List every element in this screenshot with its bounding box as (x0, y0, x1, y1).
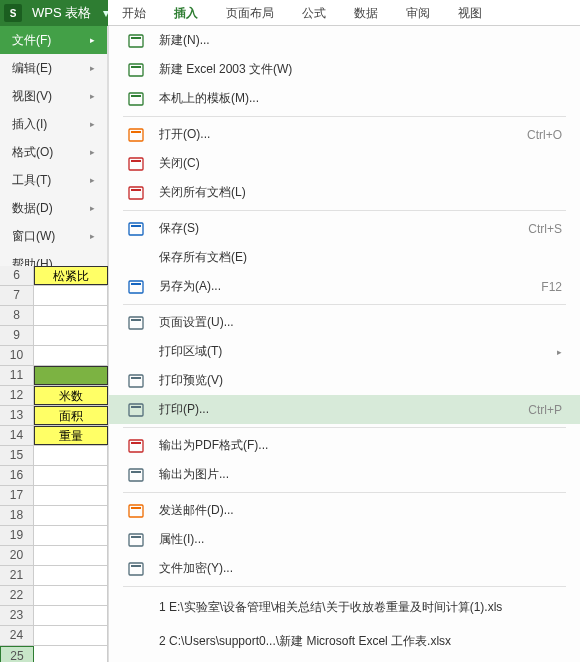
menu-item[interactable]: 输出为图片... (109, 460, 580, 489)
cell[interactable] (34, 566, 108, 585)
table-row[interactable]: 20 (0, 546, 108, 566)
cell[interactable] (34, 486, 108, 505)
sidebar-item-4[interactable]: 格式(O)▸ (0, 138, 107, 166)
ribbon-tab-4[interactable]: 数据 (340, 0, 392, 25)
table-row[interactable]: 14重量 (0, 426, 108, 446)
cell[interactable] (34, 546, 108, 565)
menu-item[interactable]: 打印预览(V) (109, 366, 580, 395)
row-header[interactable]: 21 (0, 566, 34, 585)
table-row[interactable]: 25 (0, 646, 108, 662)
row-header[interactable]: 22 (0, 586, 34, 605)
cell[interactable] (34, 506, 108, 525)
recent-file-item[interactable]: 2 C:\Users\support0...\新建 Microsoft Exce… (109, 624, 580, 658)
row-header[interactable]: 11 (0, 366, 34, 385)
menu-item[interactable]: 页面设置(U)... (109, 308, 580, 337)
sidebar-item-0[interactable]: 文件(F)▸ (0, 26, 107, 54)
row-header[interactable]: 19 (0, 526, 34, 545)
table-row[interactable]: 12米数 (0, 386, 108, 406)
table-row[interactable]: 23 (0, 606, 108, 626)
sidebar-item-5[interactable]: 工具(T)▸ (0, 166, 107, 194)
row-header[interactable]: 14 (0, 426, 34, 445)
menu-item[interactable]: 新建 Excel 2003 文件(W) (109, 55, 580, 84)
row-header[interactable]: 9 (0, 326, 34, 345)
cell[interactable] (34, 346, 108, 365)
table-row[interactable]: 19 (0, 526, 108, 546)
menu-item[interactable]: 保存(S)Ctrl+S (109, 214, 580, 243)
cell[interactable]: 面积 (34, 406, 108, 425)
row-header[interactable]: 13 (0, 406, 34, 425)
menu-item[interactable]: 输出为PDF格式(F)... (109, 431, 580, 460)
img-icon (127, 467, 145, 483)
cell[interactable] (34, 626, 108, 645)
menu-item[interactable]: 属性(I)... (109, 525, 580, 554)
row-header[interactable]: 20 (0, 546, 34, 565)
menu-item[interactable]: 打印(P)...Ctrl+P (109, 395, 580, 424)
cell[interactable]: 松紧比 (34, 266, 108, 285)
table-row[interactable]: 16 (0, 466, 108, 486)
menu-item[interactable]: 文件加密(Y)... (109, 554, 580, 583)
row-header[interactable]: 6 (0, 266, 34, 285)
menu-item[interactable]: 本机上的模板(M)... (109, 84, 580, 113)
table-row[interactable]: 6松紧比 (0, 266, 108, 286)
chevron-right-icon: ▸ (557, 347, 562, 357)
table-row[interactable]: 13面积 (0, 406, 108, 426)
menu-item[interactable]: 新建(N)... (109, 26, 580, 55)
ribbon-tab-2[interactable]: 页面布局 (212, 0, 288, 25)
menu-item[interactable]: 另存为(A)...F12 (109, 272, 580, 301)
ribbon-tab-1[interactable]: 插入 (160, 0, 212, 25)
cell[interactable] (34, 466, 108, 485)
table-row[interactable]: 11 (0, 366, 108, 386)
table-row[interactable]: 8 (0, 306, 108, 326)
menu-item[interactable]: 打印区域(T)▸ (109, 337, 580, 366)
sidebar-item-1[interactable]: 编辑(E)▸ (0, 54, 107, 82)
row-header[interactable]: 25 (0, 646, 34, 662)
table-row[interactable]: 10 (0, 346, 108, 366)
ribbon-tab-5[interactable]: 审阅 (392, 0, 444, 25)
cell[interactable] (34, 306, 108, 325)
row-header[interactable]: 23 (0, 606, 34, 625)
cell[interactable] (34, 366, 108, 385)
cell[interactable]: 米数 (34, 386, 108, 405)
row-header[interactable]: 18 (0, 506, 34, 525)
row-header[interactable]: 24 (0, 626, 34, 645)
table-row[interactable]: 17 (0, 486, 108, 506)
cell[interactable] (34, 526, 108, 545)
ribbon-tab-3[interactable]: 公式 (288, 0, 340, 25)
menu-item[interactable]: 保存所有文档(E) (109, 243, 580, 272)
table-row[interactable]: 24 (0, 626, 108, 646)
cell[interactable] (34, 586, 108, 605)
table-row[interactable]: 21 (0, 566, 108, 586)
table-row[interactable]: 18 (0, 506, 108, 526)
row-header[interactable]: 10 (0, 346, 34, 365)
svg-rect-22 (129, 440, 143, 452)
svg-rect-28 (129, 534, 143, 546)
ribbon-tab-0[interactable]: 开始 (108, 0, 160, 25)
cell[interactable] (34, 606, 108, 625)
row-header[interactable]: 17 (0, 486, 34, 505)
menu-item[interactable]: 关闭所有文档(L) (109, 178, 580, 207)
table-row[interactable]: 7 (0, 286, 108, 306)
ribbon-tab-6[interactable]: 视图 (444, 0, 496, 25)
menu-item[interactable]: 关闭(C) (109, 149, 580, 178)
row-header[interactable]: 12 (0, 386, 34, 405)
cell[interactable] (34, 446, 108, 465)
recent-file-item[interactable]: 3 C:\Users\support08\Desk...\展厅实验室固定资产明细… (109, 658, 580, 662)
cell[interactable] (34, 326, 108, 345)
cell[interactable] (34, 286, 108, 305)
menu-item[interactable]: 发送邮件(D)... (109, 496, 580, 525)
sidebar-item-6[interactable]: 数据(D)▸ (0, 194, 107, 222)
table-row[interactable]: 9 (0, 326, 108, 346)
table-row[interactable]: 22 (0, 586, 108, 606)
recent-file-item[interactable]: 1 E:\实验室\设备管理\相关总结\关于收放卷重量及时间计算(1).xls (109, 590, 580, 624)
sidebar-item-7[interactable]: 窗口(W)▸ (0, 222, 107, 250)
cell[interactable] (34, 646, 108, 662)
menu-item[interactable]: 打开(O)...Ctrl+O (109, 120, 580, 149)
table-row[interactable]: 15 (0, 446, 108, 466)
row-header[interactable]: 16 (0, 466, 34, 485)
sidebar-item-3[interactable]: 插入(I)▸ (0, 110, 107, 138)
row-header[interactable]: 15 (0, 446, 34, 465)
row-header[interactable]: 8 (0, 306, 34, 325)
cell[interactable]: 重量 (34, 426, 108, 445)
sidebar-item-2[interactable]: 视图(V)▸ (0, 82, 107, 110)
row-header[interactable]: 7 (0, 286, 34, 305)
